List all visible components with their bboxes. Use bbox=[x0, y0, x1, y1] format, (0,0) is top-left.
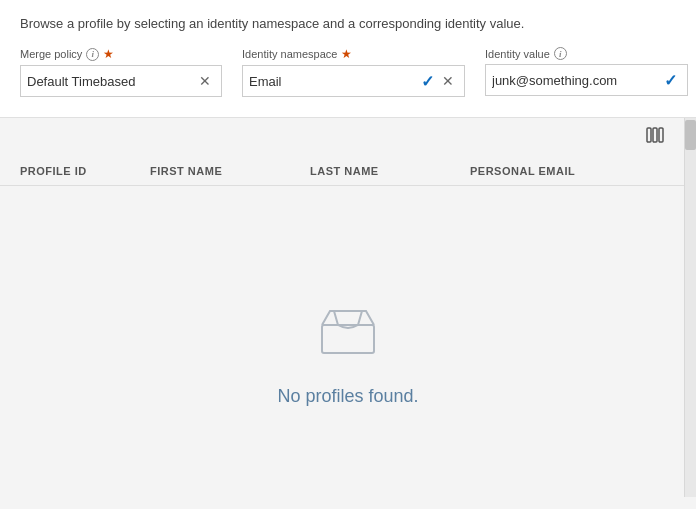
identity-value-group: Identity value i ✓ bbox=[485, 47, 688, 96]
identity-value-input-wrapper: ✓ bbox=[485, 64, 688, 96]
scrollbar-thumb[interactable] bbox=[685, 120, 696, 150]
identity-namespace-input[interactable] bbox=[249, 74, 417, 89]
merge-policy-input[interactable] bbox=[27, 74, 195, 89]
svg-rect-0 bbox=[647, 128, 651, 142]
column-settings-icon[interactable] bbox=[644, 124, 666, 151]
identity-namespace-input-wrapper: ✓ ✕ bbox=[242, 65, 465, 97]
identity-namespace-clear-button[interactable]: ✕ bbox=[438, 71, 458, 91]
merge-policy-group: Merge policy i ★ ✕ bbox=[20, 47, 222, 97]
col-header-profile-id: PROFILE ID bbox=[20, 157, 150, 185]
empty-state: No profiles found. bbox=[277, 287, 418, 407]
no-profiles-text: No profiles found. bbox=[277, 386, 418, 407]
identity-value-input[interactable] bbox=[492, 73, 660, 88]
browse-description: Browse a profile by selecting an identit… bbox=[20, 16, 676, 31]
table-toolbar bbox=[0, 118, 696, 157]
identity-namespace-label: Identity namespace ★ bbox=[242, 47, 465, 61]
top-section: Browse a profile by selecting an identit… bbox=[0, 0, 696, 118]
merge-policy-clear-button[interactable]: ✕ bbox=[195, 71, 215, 91]
merge-policy-input-wrapper: ✕ bbox=[20, 65, 222, 97]
col-header-personal-email: PERSONAL EMAIL bbox=[470, 157, 676, 185]
merge-policy-label: Merge policy i ★ bbox=[20, 47, 222, 61]
table-section: PROFILE ID FIRST NAME LAST NAME PERSONAL… bbox=[0, 118, 696, 497]
identity-value-confirm-button[interactable]: ✓ bbox=[660, 69, 681, 92]
identity-value-label: Identity value i bbox=[485, 47, 688, 60]
svg-rect-3 bbox=[322, 325, 374, 353]
identity-value-info-icon[interactable]: i bbox=[554, 47, 567, 60]
table-header: PROFILE ID FIRST NAME LAST NAME PERSONAL… bbox=[0, 157, 696, 186]
identity-namespace-confirm-button[interactable]: ✓ bbox=[417, 70, 438, 93]
identity-namespace-star: ★ bbox=[341, 47, 352, 61]
col-header-first-name: FIRST NAME bbox=[150, 157, 310, 185]
col-header-last-name: LAST NAME bbox=[310, 157, 470, 185]
scrollbar[interactable] bbox=[684, 118, 696, 497]
merge-policy-info-icon[interactable]: i bbox=[86, 48, 99, 61]
fields-row: Merge policy i ★ ✕ Identity namespace ★ … bbox=[20, 47, 676, 97]
svg-rect-2 bbox=[659, 128, 663, 142]
table-body: No profiles found. bbox=[0, 186, 696, 497]
svg-rect-1 bbox=[653, 128, 657, 142]
identity-namespace-group: Identity namespace ★ ✓ ✕ bbox=[242, 47, 465, 97]
merge-policy-star: ★ bbox=[103, 47, 114, 61]
empty-box-icon bbox=[308, 287, 388, 370]
